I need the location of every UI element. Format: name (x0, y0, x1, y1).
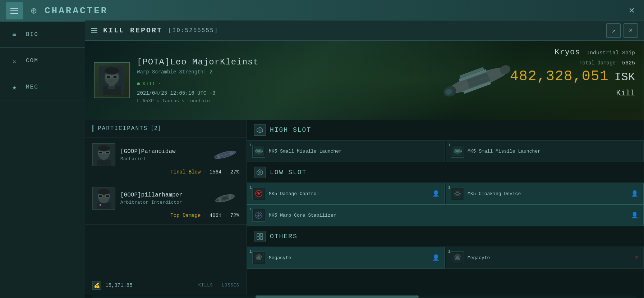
kill-badge: Kill • (137, 81, 259, 87)
h-scrollbar-container (85, 295, 644, 298)
module-name-high-1: MK5 Small Missile Launcher (269, 149, 440, 154)
damage-line: Total damage: 5625 (510, 60, 635, 66)
participant-ship-img-2 (211, 189, 239, 207)
participant-entry-2: [GOOP]pillarhamper Arbitrator Interdicto… (85, 181, 247, 225)
svg-rect-57 (257, 150, 260, 152)
kr-export-button[interactable]: ↗ (606, 23, 621, 38)
module-qty-low-1: 1 (249, 185, 252, 190)
svg-rect-79 (257, 234, 259, 236)
total-damage-value: 5625 (622, 60, 635, 66)
person-icon-low-1: 👤 (432, 190, 440, 197)
module-item-others-1: 1 Megacyte 👤 (247, 247, 445, 268)
module-qty-others-1: 1 (249, 249, 252, 254)
low-slot-header: Low Slot (247, 162, 644, 183)
high-slot-modules: 1 MK5 Small Missile Launcher (247, 140, 644, 162)
bio-icon: ≡ (9, 29, 20, 40)
isk-unit: ISK (614, 71, 635, 84)
kill-text: Kill (143, 81, 155, 87)
module-qty-high-2: 1 (448, 143, 451, 147)
low-slot-section: Low Slot 1 MK5 Damage C (247, 162, 644, 226)
svg-rect-7 (114, 76, 116, 78)
module-icon-high-1 (252, 145, 265, 158)
svg-rect-46 (100, 204, 101, 206)
module-icon-others-1 (252, 251, 265, 264)
participant-main-2: [GOOP]pillarhamper Arbitrator Interdicto… (92, 187, 239, 210)
app-title: CHARACTER (45, 5, 108, 16)
module-name-low-1: MK5 Damage Control (269, 191, 429, 197)
high-slot-label: High Slot (270, 126, 311, 134)
svg-rect-81 (257, 237, 259, 239)
module-icon-low-1 (252, 187, 265, 200)
sidebar-item-combat[interactable]: ⚔ Com (0, 48, 86, 74)
participant-info-2: [GOOP]pillarhamper Arbitrator Interdicto… (120, 192, 206, 205)
module-icon-low-3 (252, 209, 265, 222)
svg-rect-6 (107, 76, 110, 78)
svg-rect-62 (456, 150, 459, 152)
module-item-others-2: 1 Megacyte × (446, 247, 644, 268)
module-qty-high-1: 1 (249, 143, 252, 147)
stat-percent-1: 27% (230, 169, 239, 175)
losses-label[interactable]: LOSSES (222, 283, 239, 288)
sidebar-item-bio[interactable]: ≡ Bio (0, 22, 86, 48)
top-bar: ⊕ CHARACTER × (0, 0, 644, 22)
svg-rect-80 (260, 234, 263, 236)
module-icon-low-2 (451, 187, 464, 200)
combat-icon: ⚔ (9, 55, 20, 67)
module-name-others-1: Megacyte (269, 255, 429, 261)
low-slot-icon (254, 167, 266, 178)
kill-timestamp: 2021/04/23 12:05:16 UTC -3 (137, 90, 259, 96)
player-info: [POTA]Leo MajorKleinst Warp Scramble Str… (137, 57, 259, 104)
participant-info-1: [GOOP]Paranoidaw Machariel (120, 148, 206, 162)
module-item-low-1: 1 MK5 Damage Control 👤 (247, 183, 445, 204)
sidebar: ≡ Bio ⚔ Com ★ Mec (0, 22, 86, 298)
kill-report-header: KILL REPORT [ID:5255555] ↗ × (85, 21, 644, 41)
ship-type: Industrial Ship (586, 50, 635, 56)
isk-icon: 💰 (92, 281, 101, 290)
svg-point-65 (258, 171, 261, 174)
high-slot-header: High Slot (247, 120, 644, 140)
low-slot-row-1: 1 MK5 Damage Control 👤 (247, 183, 644, 204)
others-section: Others 1 Megacyte 👤 (247, 226, 644, 269)
participants-title: Participants (98, 125, 148, 132)
h-scrollbar-thumb[interactable] (256, 295, 419, 298)
close-app-button[interactable]: × (625, 4, 638, 17)
kr-close-button[interactable]: × (624, 23, 638, 38)
kill-location: L-A5XP < Taurus < Fountain (137, 98, 259, 104)
svg-rect-82 (260, 237, 263, 239)
bottom-isk-value: 15,371.85 (105, 283, 133, 288)
close-icon-others-2: × (635, 254, 638, 261)
kr-menu-button[interactable] (91, 28, 97, 33)
others-icon (254, 231, 266, 242)
module-icon-high-2 (451, 145, 464, 158)
module-name-low-2: MK5 Cloaking Device (468, 191, 627, 197)
module-qty-low-2: 1 (448, 185, 451, 190)
isk-line: 482,328,051 ISK (510, 68, 635, 85)
hamburger-menu-button[interactable] (6, 2, 23, 19)
participant-avatar-1 (92, 143, 115, 166)
svg-point-25 (98, 145, 110, 151)
participant-main-1: [GOOP]Paranoidaw Machariel (92, 143, 239, 166)
participant-ship-1: Machariel (120, 156, 206, 162)
participant-avatar-2 (92, 187, 115, 210)
h-scrollbar[interactable] (92, 295, 636, 298)
svg-point-39 (98, 189, 110, 195)
low-slot-row-2: 1 (247, 204, 644, 226)
participant-stats-1: Final Blow | 1564 | 27% (92, 169, 239, 175)
others-row-1: 1 Megacyte 👤 1 (247, 247, 644, 268)
participants-panel: Participants [2] (85, 120, 247, 295)
others-header: Others (247, 226, 644, 247)
stat-damage-1: 1564 (210, 169, 222, 175)
kr-title: KILL REPORT (103, 26, 162, 35)
stat-role-2: Top Damage (170, 213, 201, 218)
kills-label[interactable]: KILLS (198, 283, 213, 288)
person-icon-low-3: 👤 (631, 212, 638, 219)
player-name: [POTA]Leo MajorKleinst (137, 57, 259, 67)
module-item-high-2: 1 MK5 Small Missile Launcher (446, 140, 644, 162)
svg-point-68 (258, 193, 260, 195)
participant-entry-1: [GOOP]Paranoidaw Machariel (85, 137, 247, 181)
total-damage-label: Total damage: (579, 60, 618, 66)
svg-rect-45 (97, 203, 111, 209)
vitruvian-icon: ⊕ (27, 4, 40, 17)
kill-report-hero: [POTA]Leo MajorKleinst Warp Scramble Str… (85, 41, 644, 120)
sidebar-item-medals[interactable]: ★ Mec (0, 74, 86, 100)
